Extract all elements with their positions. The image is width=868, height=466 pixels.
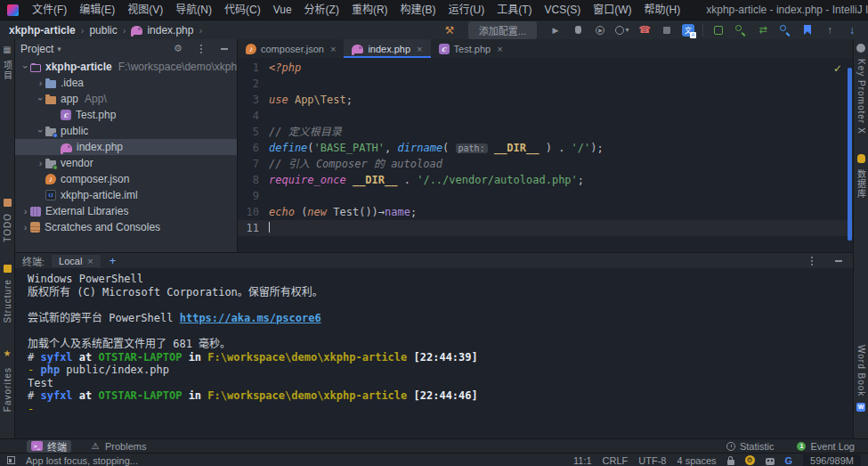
menu-item-T[interactable]: 工具(T) [491, 0, 538, 20]
tree-item-.idea[interactable]: .idea [15, 75, 237, 91]
menu-item-H[interactable]: 帮助(H) [638, 0, 687, 20]
tree-twisty-icon[interactable] [20, 61, 30, 72]
tool-window-toggle-icon[interactable] [7, 456, 15, 464]
tree-item-vendor[interactable]: vendor [15, 155, 237, 171]
tab-close-icon[interactable]: × [330, 44, 336, 54]
tab-close-icon[interactable]: × [497, 44, 502, 54]
project-settings-icon[interactable] [171, 42, 185, 56]
terminal-label: 终端: [22, 254, 45, 268]
debug-icon[interactable] [571, 23, 585, 37]
editor-tab-composer.json[interactable]: composer.json× [238, 39, 344, 58]
menu-item-V[interactable]: 视图(V) [121, 0, 169, 20]
breadcrumb-item[interactable]: index.php [147, 24, 193, 37]
code-editor[interactable]: 1<?php23use App\Test;45// 定义根目录6define('… [238, 58, 853, 252]
terminal-tab-label: Local [59, 256, 82, 266]
terminal-output[interactable]: Windows PowerShell版权所有 (C) Microsoft Cor… [15, 268, 853, 416]
tree-twisty-icon[interactable] [36, 126, 45, 136]
bookmark-icon[interactable] [800, 23, 815, 37]
menu-item-VCSS[interactable]: VCS(S) [539, 0, 588, 20]
tool-window-button-db[interactable]: 数据库 [855, 154, 868, 202]
find-blue-icon[interactable] [778, 23, 792, 37]
tree-item-xkphp-article[interactable]: xkphp-articleF:\workspace\demo\xkphp-art… [15, 59, 237, 75]
up-icon[interactable] [823, 23, 837, 37]
tree-item-public[interactable]: public [15, 123, 237, 139]
project-panel-title[interactable]: Project [20, 43, 53, 55]
menu-item-Vue[interactable]: Vue [267, 0, 298, 20]
menu-item-R[interactable]: 重构(R) [345, 0, 394, 20]
code-token: '/../vendor/autoload.php' [417, 174, 578, 186]
tool-window-button-todo[interactable]: TODO [3, 199, 12, 246]
caret-position[interactable]: 11:1 [573, 455, 592, 466]
indent-setting[interactable]: 4 spaces [677, 455, 716, 466]
tree-item-index.php[interactable]: index.php [15, 139, 237, 155]
file-encoding[interactable]: UTF-8 [638, 455, 666, 466]
tree-twisty-icon[interactable] [20, 206, 30, 217]
hide-terminal-icon[interactable] [831, 254, 846, 268]
down-icon[interactable] [845, 23, 859, 37]
breadcrumb-item[interactable]: xkphp-article [9, 24, 76, 37]
tool-window-button-wordbook[interactable]: Word Book [856, 341, 866, 412]
profiler-icon[interactable] [615, 23, 629, 37]
statistic-toolwindow-button[interactable]: Statistic [722, 440, 779, 453]
run-icon[interactable] [548, 23, 563, 37]
project-options-icon[interactable] [194, 42, 208, 56]
menu-item-Z[interactable]: 分析(Z) [298, 0, 345, 20]
sync-icon[interactable] [756, 23, 770, 37]
menu-item-E[interactable]: 编辑(E) [73, 0, 121, 20]
menu-item-N[interactable]: 导航(N) [169, 0, 218, 20]
phone-icon[interactable] [637, 23, 652, 37]
google-translate-icon[interactable] [785, 454, 793, 466]
terminal-tab-local[interactable]: Local × [52, 255, 101, 267]
inspections-ok-icon[interactable]: ✓ [833, 62, 842, 75]
tree-item-ScratchesandConsoles[interactable]: Scratches and Consoles [15, 219, 237, 235]
run-configuration-select[interactable]: 添加配置... [468, 21, 537, 39]
terminal-options-icon[interactable] [805, 254, 819, 268]
coverage-icon[interactable] [593, 23, 607, 37]
line-separator[interactable]: CRLF [603, 455, 629, 466]
tool-window-button-project[interactable]: 项目 [1, 44, 14, 84]
menu-item-B[interactable]: 构建(B) [394, 0, 442, 20]
terminal-tab-close-icon[interactable]: × [87, 256, 93, 266]
code-line-6: 6define('BASE_PATH', dirname( path: __DI… [238, 140, 853, 156]
tree-item-composer.json[interactable]: composer.json [15, 171, 237, 187]
event-log-button[interactable]: Event Log [792, 440, 859, 453]
tool-window-button-structure[interactable]: Structure [3, 265, 12, 327]
tab-close-icon[interactable]: × [417, 44, 422, 54]
code-text: // 引入 Composer 的 autoload [269, 156, 442, 172]
memory-indicator[interactable]: 596/989M [803, 454, 861, 466]
plugin-robot-icon[interactable] [766, 458, 775, 465]
editor-tab-index.php[interactable]: index.php× [344, 39, 430, 58]
breadcrumb-item[interactable]: public [89, 24, 117, 37]
new-terminal-icon[interactable]: + [110, 256, 117, 266]
greenwin-icon[interactable] [711, 23, 726, 37]
terminal-toolwindow-button[interactable]: 终端 [27, 440, 71, 453]
translate-icon[interactable] [682, 24, 694, 37]
find-green-icon[interactable] [734, 23, 748, 37]
notifications-icon[interactable] [745, 455, 755, 465]
readonly-lock-icon[interactable] [727, 460, 734, 465]
code-token: // 定义根目录 [269, 126, 342, 138]
stop-icon[interactable] [660, 23, 674, 37]
editor-scrollbar[interactable] [848, 68, 852, 241]
editor-tab-Test.php[interactable]: Test.php× [431, 39, 511, 58]
tree-twisty-icon[interactable] [36, 158, 45, 168]
tree-item-ExternalLibraries[interactable]: External Libraries [15, 203, 237, 219]
problems-toolwindow-button[interactable]: Problems [85, 440, 150, 453]
tool-window-button-kp[interactable]: Key Promoter X [856, 44, 866, 138]
composer-icon [45, 174, 56, 184]
tree-item-app[interactable]: appApp\ [15, 91, 237, 107]
tree-item-xkphp-article.iml[interactable]: xkphp-article.iml [15, 187, 237, 203]
hide-project-panel-icon[interactable] [217, 42, 231, 56]
tree-twisty-icon[interactable] [20, 222, 30, 233]
menu-item-W[interactable]: 窗口(W) [587, 0, 637, 20]
tree-twisty-icon[interactable] [36, 94, 45, 104]
menu-item-F[interactable]: 文件(F) [26, 0, 73, 20]
menu-item-U[interactable]: 运行(U) [442, 0, 491, 20]
tree-twisty-icon[interactable] [36, 78, 45, 88]
menu-item-C[interactable]: 代码(C) [218, 0, 267, 20]
tool-window-button-favorites[interactable]: Favorites [0, 347, 14, 415]
code-line-10: 10echo (new Test())→name; [238, 204, 853, 220]
tree-item-Test.php[interactable]: Test.php [15, 107, 237, 123]
code-token: ()) [359, 206, 378, 218]
hammer-icon[interactable] [442, 23, 457, 37]
